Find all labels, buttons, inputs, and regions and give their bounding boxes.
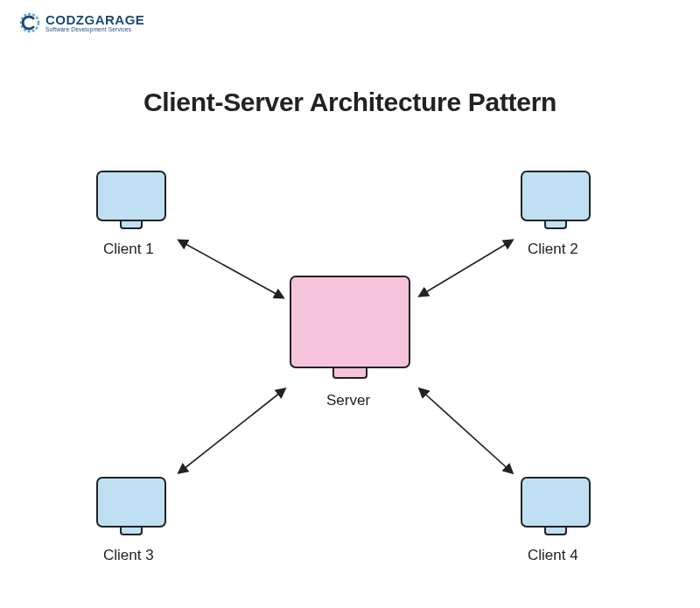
arrow-client3-server	[179, 389, 284, 472]
architecture-diagram: Client 1 Client 2 Server Client 3 Client…	[0, 0, 700, 608]
client-2-node	[521, 171, 591, 229]
client-monitor-stand-icon	[120, 221, 143, 229]
client-monitor-icon	[96, 171, 166, 221]
server-monitor-icon	[290, 276, 410, 368]
client-monitor-stand-icon	[120, 528, 143, 535]
client-monitor-stand-icon	[544, 528, 567, 535]
client-monitor-icon	[521, 171, 591, 221]
arrow-client4-server	[420, 389, 512, 472]
client-3-label: Client 3	[103, 547, 154, 564]
client-monitor-icon	[96, 477, 166, 528]
arrow-client1-server	[179, 241, 283, 297]
client-4-node	[521, 477, 591, 535]
client-monitor-stand-icon	[544, 221, 567, 229]
server-node	[290, 276, 410, 379]
arrow-client2-server	[420, 241, 512, 296]
server-label: Server	[326, 392, 370, 409]
client-2-label: Client 2	[528, 241, 578, 258]
server-monitor-stand-icon	[332, 368, 368, 379]
client-4-label: Client 4	[528, 547, 578, 564]
client-1-node	[96, 171, 166, 229]
client-1-label: Client 1	[103, 241, 154, 258]
client-3-node	[96, 477, 166, 535]
client-monitor-icon	[521, 477, 591, 528]
